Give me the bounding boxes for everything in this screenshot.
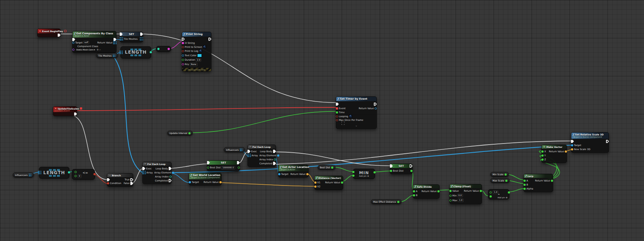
node-set-relative-scale-3d[interactable]: ƒ Set Relative Scale 3D Target is Scene … [571, 132, 609, 153]
node-array-length-top[interactable]: LENGTH [120, 46, 151, 58]
return-value-pin[interactable] [480, 190, 482, 192]
best-dist-in-pin[interactable] [207, 167, 209, 169]
int-in-pin[interactable] [157, 48, 160, 50]
array-element-pin[interactable] [277, 154, 279, 157]
exec-in-pin[interactable] [142, 167, 145, 170]
new-scale-3d-pin[interactable] [571, 148, 573, 150]
exec-in-pin[interactable] [120, 32, 123, 36]
key-field[interactable]: None [190, 63, 198, 66]
min-out-pin[interactable] [373, 171, 376, 173]
return-value-pin[interactable] [113, 41, 116, 44]
min-pin[interactable] [449, 195, 452, 197]
return-value-pin[interactable] [306, 173, 308, 175]
exec-out-pin[interactable] [410, 164, 413, 168]
completed-pin[interactable] [273, 162, 276, 165]
best-dist-out-pin[interactable] [410, 170, 413, 172]
node-set-best-dist-init[interactable]: SET Best Dist 1000000.0 [207, 160, 240, 171]
event-delegate-pin[interactable] [336, 107, 338, 110]
getter-influencers-mid[interactable]: Influencers [224, 147, 245, 152]
array-element-pin[interactable] [172, 172, 174, 174]
true-pin[interactable] [130, 178, 133, 181]
exec-out-pin[interactable] [58, 34, 61, 37]
exec-in-pin[interactable] [182, 38, 185, 41]
exec-in-pin[interactable] [107, 178, 110, 181]
subtract-a-pin[interactable] [490, 191, 492, 194]
float-out-pin[interactable] [505, 173, 507, 176]
node-update-tile-scales-event[interactable]: ◆ UpdateTileScales Custom Event [53, 106, 77, 116]
string-out-pin[interactable] [168, 48, 170, 50]
target-pin[interactable] [571, 144, 573, 146]
blueprint-graph-canvas[interactable]: ◆ Event BeginPlay ƒ Get Components By Cl… [0, 0, 644, 241]
node-set-best-dist[interactable]: SET Best Dist [390, 164, 413, 174]
completed-pin[interactable] [169, 179, 172, 182]
getter-influencers-bottom[interactable]: Influencers [13, 172, 34, 177]
print-to-screen-pin[interactable] [182, 46, 184, 48]
subtract-a-field[interactable]: 1.0 [493, 191, 498, 194]
exec-in-pin[interactable] [571, 140, 574, 143]
loop-body-pin[interactable] [169, 167, 172, 170]
looping-checkbox[interactable] [349, 115, 352, 118]
a-pin[interactable] [413, 190, 415, 192]
collapse-chevron[interactable]: ⌄ [336, 125, 376, 127]
max-field[interactable]: 1.0 [458, 199, 463, 202]
condition-pin[interactable] [107, 182, 109, 184]
component-class-pin[interactable] [72, 49, 74, 51]
best-dist-value-field[interactable]: 1000000.0 [221, 166, 235, 169]
text-color-pin[interactable] [182, 54, 184, 57]
use-selected-icon[interactable]: ⊕ [97, 48, 99, 51]
exec-in-pin[interactable] [248, 150, 250, 153]
float-out-pin[interactable] [188, 132, 191, 134]
alpha-pin[interactable] [524, 188, 526, 190]
node-lerp[interactable]: ƒ Lerp A Return Value B Alpha [524, 174, 553, 192]
max-pin[interactable] [449, 199, 452, 202]
looping-pin[interactable] [336, 115, 338, 118]
text-color-swatch[interactable] [197, 54, 202, 57]
target-pin[interactable] [278, 173, 280, 175]
v1-pin[interactable] [314, 181, 317, 184]
add-pin-button[interactable]: Add pin ⊕ [498, 196, 507, 199]
return-value-pin[interactable] [219, 181, 222, 183]
exec-in-pin[interactable] [207, 161, 210, 164]
in-string-pin[interactable] [182, 42, 184, 44]
a-pin[interactable] [524, 180, 526, 182]
compare-b-pin[interactable] [74, 175, 77, 177]
node-make-vector[interactable]: ⊞ Make Vector X Return Value Y Z [541, 145, 567, 163]
min-a-pin[interactable] [352, 171, 354, 173]
array-in-pin[interactable] [38, 171, 41, 174]
array-index-pin[interactable] [274, 158, 276, 161]
z-pin[interactable] [541, 158, 544, 161]
node-int-to-string[interactable] [156, 46, 171, 52]
node-get-world-location[interactable]: ƒ Get World Location Target is Scene Com… [189, 173, 222, 185]
exec-out-pin[interactable] [374, 103, 377, 106]
delegate-pin[interactable] [64, 30, 66, 32]
getter-max-scale[interactable]: Max Scale [490, 178, 510, 183]
exec-out-pin[interactable] [237, 161, 240, 164]
node-foreach-loop-bottom[interactable]: ⟳ For Each Loop Exec Loop Body Array Arr… [142, 162, 172, 184]
value-pin[interactable] [449, 190, 452, 192]
node-distance-vector[interactable]: ƒ Distance (Vector) V1 Return Value V2 [314, 176, 343, 190]
browse-icon[interactable]: ⌕ [99, 48, 101, 51]
target-value-field[interactable]: self [83, 41, 89, 44]
loop-body-pin[interactable] [273, 150, 276, 153]
getter-tile-meshes[interactable]: Tile Meshes [96, 53, 118, 58]
array-out-pin[interactable] [29, 173, 32, 176]
node-branch[interactable]: ⤙ Branch True Condition False [107, 173, 133, 187]
exec-out-pin[interactable] [606, 140, 609, 143]
target-pin[interactable] [189, 181, 191, 183]
float-out-pin[interactable] [331, 167, 333, 169]
add-pin-button[interactable]: Add pin ⊕ [359, 175, 369, 177]
b-pin[interactable] [413, 194, 415, 196]
node-foreach-loop-top[interactable]: ⟳ For Each Loop Exec Loop Body Array Arr… [248, 145, 276, 167]
exec-out-pin[interactable] [74, 112, 77, 116]
exec-out-pin[interactable] [208, 38, 211, 41]
node-subtract[interactable]: 1.0 - Add pin ⊕ [488, 189, 509, 199]
exec-in-pin[interactable] [390, 164, 393, 168]
node-event-beginplay[interactable]: ◆ Event BeginPlay [37, 28, 61, 37]
target-pin[interactable] [72, 42, 74, 44]
return-value-pin[interactable] [565, 150, 567, 153]
node-min[interactable]: MIN Add pin ⊕ [353, 169, 375, 179]
node-clamp-float[interactable]: ƒ Clamp (Float) Value Return Value Min 0… [449, 184, 482, 204]
max-once-checkbox[interactable] [341, 122, 345, 125]
print-to-screen-checkbox[interactable] [203, 45, 206, 49]
getter-best-dist[interactable]: Best Dist [318, 165, 336, 170]
